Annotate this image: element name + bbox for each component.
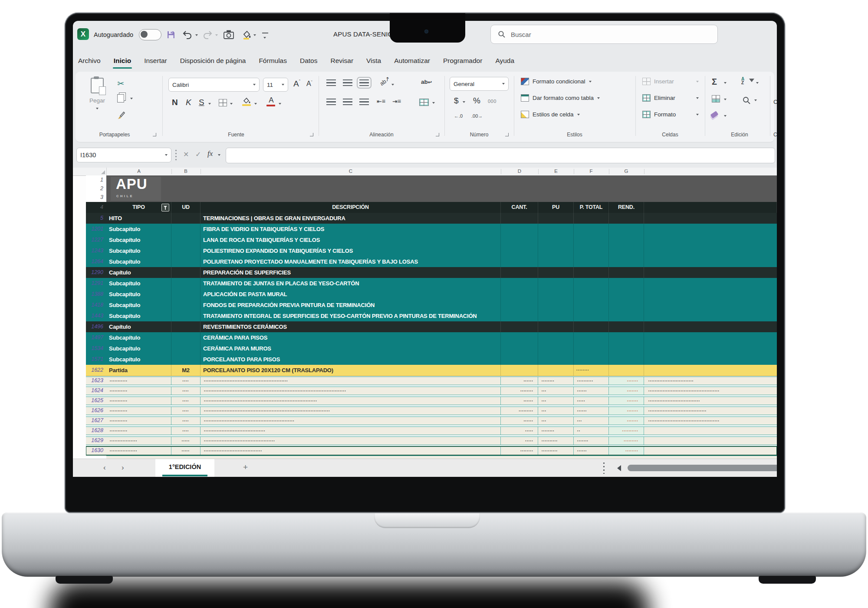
fx-caret[interactable] xyxy=(218,154,220,156)
cell-h[interactable] xyxy=(644,437,777,445)
cell-rend[interactable]: ▪▪▪▪▪▪▪ xyxy=(609,417,644,425)
cell-e[interactable] xyxy=(538,289,574,300)
cell-fill-color-icon[interactable] xyxy=(242,97,252,106)
cell-e[interactable] xyxy=(538,224,574,235)
menu-tab-datos[interactable]: Datos xyxy=(300,57,318,65)
find-caret[interactable] xyxy=(754,99,757,101)
cell-e[interactable] xyxy=(538,311,574,321)
row-header-1291[interactable]: 1291 xyxy=(86,278,103,289)
cell-b[interactable]: ▪▪▪▪ xyxy=(171,387,201,395)
cell-d[interactable] xyxy=(501,213,538,224)
cell-c[interactable]: LANA DE ROCA EN TABIQUERÍAS Y CIELOS xyxy=(201,235,501,245)
fill-down-caret[interactable] xyxy=(724,99,727,100)
cell-a[interactable]: Subcapítulo xyxy=(106,235,171,245)
cell-g[interactable] xyxy=(609,354,644,365)
increase-decimal-button[interactable]: ←.0 xyxy=(454,113,463,119)
cell-e[interactable]: ▪▪▪▪▪▪▪▪ xyxy=(538,427,574,435)
font-color-icon[interactable]: A xyxy=(266,96,276,106)
fill-down-icon[interactable] xyxy=(712,95,720,102)
cell-b[interactable] xyxy=(171,235,201,245)
filter-icon[interactable] xyxy=(161,204,169,211)
row-header-1623[interactable]: 1623 xyxy=(86,376,103,386)
font-color-caret[interactable] xyxy=(279,103,281,105)
shrink-font-button[interactable]: Aˇ xyxy=(306,80,312,88)
menu-tab-automatizar[interactable]: Automatizar xyxy=(394,57,430,65)
cell-h[interactable] xyxy=(644,224,777,235)
header-cell-f[interactable]: P. TOTAL xyxy=(574,202,609,213)
cell-h[interactable] xyxy=(644,245,777,256)
cell-b[interactable] xyxy=(171,321,201,332)
cell-e[interactable] xyxy=(538,267,574,278)
cell-d[interactable]: ▪▪▪▪▪▪▪▪▪ xyxy=(501,407,538,415)
cell-fill-caret[interactable] xyxy=(254,103,257,105)
cell-e[interactable] xyxy=(538,321,574,332)
cell-a[interactable]: HITO xyxy=(106,213,171,224)
cell-rend[interactable]: ▪▪▪▪▪▪▪ xyxy=(609,387,644,395)
cell-a[interactable]: Subcapítulo xyxy=(106,256,171,267)
orientation-caret[interactable] xyxy=(391,84,394,86)
cell-c[interactable]: ▪▪▪▪▪▪▪▪▪▪▪▪▪▪▪▪▪▪▪▪▪▪▪▪▪▪▪▪▪▪▪▪▪▪▪▪▪▪ xyxy=(201,427,501,435)
copy-caret[interactable] xyxy=(130,98,133,99)
cell-b[interactable]: ▪▪▪▪ xyxy=(171,407,201,415)
cell-d[interactable] xyxy=(501,267,538,278)
row-header-1388[interactable]: 1388 xyxy=(86,289,103,300)
row-header-1496[interactable]: 1496 xyxy=(86,321,103,332)
find-select-icon[interactable] xyxy=(742,96,751,105)
cell-b[interactable]: ▪▪▪▪ xyxy=(171,427,201,435)
ribbon-options-icon[interactable] xyxy=(262,33,268,38)
row-header-1[interactable]: 1 xyxy=(86,175,103,184)
cell-g[interactable] xyxy=(609,245,644,256)
cell-d[interactable]: ▪▪▪▪▪▪ xyxy=(501,417,538,425)
cell-h[interactable] xyxy=(644,447,777,455)
row-header-5[interactable]: 5 xyxy=(86,213,103,224)
cell-b[interactable] xyxy=(171,343,201,354)
cut-icon[interactable]: ✂ xyxy=(117,79,124,89)
grow-font-button[interactable]: Aˆ xyxy=(293,79,300,89)
row-header-1624[interactable]: 1624 xyxy=(86,386,103,396)
cell-f[interactable] xyxy=(574,332,609,343)
cell-f[interactable] xyxy=(574,245,609,256)
header-cell-a[interactable]: TIPO xyxy=(106,202,171,213)
font-family-select[interactable]: Calibri xyxy=(168,78,260,92)
header-cell-g[interactable]: REND. xyxy=(609,202,644,213)
cell-f[interactable] xyxy=(574,256,609,267)
underline-caret[interactable] xyxy=(208,103,211,105)
column-header-D[interactable]: D xyxy=(518,169,521,174)
wrap-text-icon[interactable]: ab↩ xyxy=(421,79,432,85)
cell-a[interactable]: Capítulo xyxy=(106,321,171,332)
decrease-decimal-button[interactable]: .00→ xyxy=(471,113,483,119)
cell-g[interactable] xyxy=(609,343,644,354)
cell-h[interactable]: ▪▪▪▪▪▪▪▪▪▪▪▪▪▪▪▪▪▪▪▪▪▪▪▪▪▪▪▪▪▪▪▪▪▪▪▪▪▪▪▪… xyxy=(644,417,777,425)
cell-d[interactable] xyxy=(501,235,538,245)
cell-c[interactable]: FIBRA DE VIDRIO EN TABIQUERÍAS Y CIELOS xyxy=(201,224,501,235)
cell-c[interactable]: TERMINACIONES | OBRAS DE GRAN ENVERGADUR… xyxy=(201,213,501,224)
cell-f[interactable]: ▪▪▪▪▪▪▪ xyxy=(574,437,609,445)
cell-c[interactable]: ▪▪▪▪▪▪▪▪▪▪▪▪▪▪▪▪▪▪▪▪▪▪▪▪▪▪▪▪▪▪▪▪▪▪▪▪▪▪▪▪… xyxy=(201,397,501,405)
menu-tab-revisar[interactable]: Revisar xyxy=(331,57,354,65)
row-header-1534[interactable]: 1534 xyxy=(86,343,103,354)
cell-c[interactable]: APLICACIÓN DE PASTA MURAL xyxy=(201,289,501,300)
currency-caret[interactable] xyxy=(463,101,465,103)
cell-f[interactable] xyxy=(574,235,609,245)
cell-h[interactable] xyxy=(644,365,777,376)
cell-g[interactable] xyxy=(609,321,644,332)
cell-c[interactable]: POLIURETANO PROYECTADO MANUALMENTE EN TA… xyxy=(201,256,501,267)
cell-rend[interactable]: ▪▪▪▪▪▪▪ xyxy=(609,397,644,405)
merge-center-icon[interactable] xyxy=(419,99,429,106)
styles-button-1[interactable]: Formato condicional xyxy=(521,78,592,85)
cell-b[interactable] xyxy=(171,300,201,311)
cell-c[interactable]: ▪▪▪▪▪▪▪▪▪▪▪▪▪▪▪▪▪▪▪▪▪▪▪▪▪▪▪▪▪▪▪▪▪▪▪▪▪▪▪▪… xyxy=(201,377,501,385)
add-sheet-button[interactable]: + xyxy=(243,463,248,472)
tabbar-resize-handle[interactable] xyxy=(603,463,605,474)
row-header-1622[interactable]: 1622 xyxy=(86,365,103,376)
header-cell-c[interactable]: DESCRIPCIÓN xyxy=(201,202,501,213)
cell-h[interactable] xyxy=(644,427,777,435)
cell-b[interactable] xyxy=(171,224,201,235)
row-header-1629[interactable]: 1629 xyxy=(86,436,103,446)
cell-e[interactable]: ▪▪▪▪▪▪▪▪▪▪ xyxy=(538,447,574,455)
cell-a[interactable]: Subcapítulo xyxy=(106,224,171,235)
autosum-caret[interactable] xyxy=(724,82,727,84)
decrease-indent-icon[interactable]: ⇤≡ xyxy=(377,98,385,105)
cell-g[interactable] xyxy=(609,365,644,376)
paste-button[interactable]: Pegar xyxy=(85,78,109,112)
